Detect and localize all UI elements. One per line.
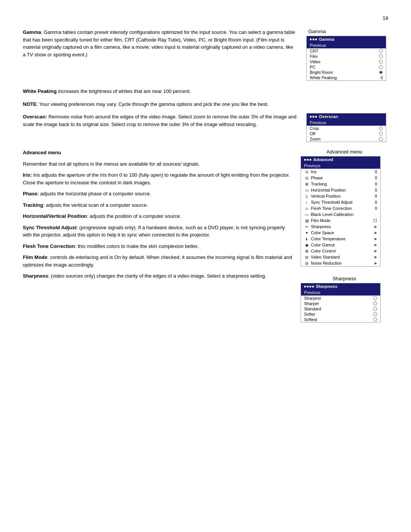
adv-videostd-label: Video Standard: [311, 255, 340, 259]
colorctrl-icon: ⊞: [304, 248, 309, 254]
gamma-whitepeaking[interactable]: White Peaking 0: [307, 75, 386, 80]
adv-phase-value: 0: [375, 176, 377, 180]
adv-tracking[interactable]: ⊞ Tracking 0: [301, 181, 380, 187]
adv-film[interactable]: ▤ Film Mode ☐: [301, 217, 380, 224]
gamma-whitepeaking-label: White Peaking: [310, 75, 337, 80]
overscan-zoom[interactable]: Zoom: [307, 136, 386, 142]
adv-colorctrl[interactable]: ⊞ Color Control ▶: [301, 248, 380, 254]
overscan-body: Removes noise from around the edges of t…: [23, 114, 296, 127]
sharpness-paragraph: Sharpness: (video sources only) changes …: [23, 272, 293, 280]
gamma-pc-radio[interactable]: [379, 65, 383, 69]
adv-colorgamut-label: Color Gamut: [311, 243, 335, 247]
sharpness-standard-label: Standard: [304, 307, 321, 311]
sharpness-softer-radio[interactable]: [373, 312, 377, 316]
sharpness-sharpest[interactable]: Sharpest: [301, 296, 380, 301]
gamma-film[interactable]: Film: [307, 54, 386, 59]
advanced-section: Advanced menu Remember that not all opti…: [23, 149, 388, 323]
tracking-bold: Tracking: [23, 202, 43, 208]
adv-sync-left: ↕ Sync Threshold Adjust: [304, 200, 352, 205]
overscan-section: Overscan: Removes noise from around the …: [23, 113, 388, 142]
adv-videostd[interactable]: ⊟ Video Standard ▶: [301, 254, 380, 260]
gamma-video-label: Video: [310, 59, 320, 64]
gamma-crt-radio[interactable]: [379, 49, 383, 53]
gamma-film-radio[interactable]: [379, 54, 383, 58]
gamma-previous[interactable]: Previous: [307, 42, 386, 48]
gamma-pc[interactable]: PC: [307, 64, 386, 70]
adv-hpos-label: Horizontal Position: [311, 188, 346, 192]
overscan-off-radio[interactable]: [379, 132, 383, 136]
phase-icon: ⊡: [304, 175, 309, 181]
odot2: [312, 116, 314, 118]
adot2: [307, 159, 309, 161]
gamma-video[interactable]: Video: [307, 59, 386, 64]
sharpness-standard[interactable]: Standard: [301, 306, 380, 312]
advanced-heading-bold: Advanced menu: [23, 150, 61, 155]
overscan-previous[interactable]: Previous: [307, 120, 386, 126]
sharp-dots: [304, 286, 314, 288]
overscan-zoom-radio[interactable]: [379, 137, 383, 141]
adv-iris[interactable]: ⊙ Iris 0: [301, 169, 380, 175]
adv-phase-left: ⊡ Phase: [304, 175, 323, 181]
sharpness-previous[interactable]: Previous: [301, 289, 380, 296]
page-number: 19: [23, 15, 388, 21]
sharpness-sharper-radio[interactable]: [373, 302, 377, 305]
adv-flesh-label: Flesh Tone Correction: [311, 206, 352, 211]
adv-noise-label: Noise Reduction: [311, 261, 342, 265]
odot3: [315, 116, 317, 118]
advanced-previous[interactable]: Previous: [301, 163, 380, 169]
adot1: [304, 159, 306, 161]
adv-tracking-label: Tracking: [311, 182, 327, 186]
odot1: [310, 116, 312, 118]
white-peaking-body: increases the brightness of whites that …: [57, 88, 191, 94]
advanced-heading: Advanced menu: [23, 149, 293, 157]
adv-colorspace[interactable]: ✦ Color Space ▶: [301, 230, 380, 236]
vpos-icon: ▯: [304, 193, 309, 199]
overscan-zoom-label: Zoom: [310, 137, 320, 141]
adv-sharpness-arrow: ▶: [374, 225, 377, 228]
sharpness-standard-radio[interactable]: [373, 307, 377, 311]
adv-black[interactable]: — Black Level Calibration: [301, 211, 380, 217]
film-paragraph: Film Mode: controls de-interlacing and i…: [23, 254, 293, 268]
sharpness-sharpest-radio[interactable]: [373, 296, 377, 300]
gamma-text-col: Gamma: Gamma tables contain preset inten…: [23, 29, 297, 81]
adv-phase[interactable]: ⊡ Phase 0: [301, 175, 380, 181]
gamma-pc-label: PC: [310, 65, 315, 69]
adv-vpos[interactable]: ▯ Vertical Position 0: [301, 193, 380, 199]
colortemp-icon: 🌡: [304, 236, 309, 241]
adv-flesh[interactable]: ☺ Flesh Tone Correction 0: [301, 205, 380, 211]
sdot2: [307, 286, 309, 288]
adv-iris-left: ⊙ Iris: [304, 169, 317, 174]
noise-icon: ⊟: [304, 260, 309, 266]
sharpness-sharper[interactable]: Sharper: [301, 301, 380, 306]
sharpness-softest[interactable]: Softest: [301, 317, 380, 322]
adot3: [309, 159, 311, 161]
gamma-film-label: Film: [310, 54, 318, 59]
sharpness-softer[interactable]: Softer: [301, 312, 380, 317]
colorspace-icon: ✦: [304, 230, 309, 235]
advanced-title-text: Advanced: [313, 157, 333, 162]
gamma-brightroom[interactable]: Bright Room: [307, 70, 386, 75]
adv-sharpness[interactable]: ✂ Sharpness ▶: [301, 224, 380, 230]
adv-colortemp[interactable]: 🌡 Color Temperature ▶: [301, 236, 380, 242]
dot3: [315, 38, 317, 40]
hpos-icon: ▭: [304, 187, 309, 193]
white-peaking-bold: White Peaking: [23, 88, 57, 94]
adv-hpos[interactable]: ▭ Horizontal Position 0: [301, 187, 380, 193]
sync-icon: ↕: [304, 200, 309, 205]
gamma-brightroom-radio[interactable]: [379, 70, 383, 74]
adv-sync[interactable]: ↕ Sync Threshold Adjust 0: [301, 199, 380, 205]
advanced-menu-box: Advanced Previous ⊙ Iris 0 ⊡ Phase 0 ⊞: [301, 156, 381, 267]
sdot4: [312, 286, 314, 288]
gamma-crt[interactable]: CRT: [307, 48, 386, 54]
gamma-video-radio[interactable]: [379, 60, 383, 64]
overscan-crop[interactable]: Crop: [307, 126, 386, 131]
adv-noise[interactable]: ⊟ Noise Reduction ▶: [301, 260, 380, 266]
sharpness-softest-radio[interactable]: [373, 318, 377, 321]
overscan-crop-radio[interactable]: [379, 126, 383, 130]
sharpness-menu-title: Sharpness: [301, 283, 380, 289]
overscan-off[interactable]: Off: [307, 131, 386, 136]
adv-phase-label: Phase: [311, 176, 323, 180]
gamma-section: Gamma: Gamma tables contain preset inten…: [23, 29, 388, 81]
adv-colorgamut[interactable]: ◉ Color Gamut ▶: [301, 242, 380, 248]
adv-iris-value: 0: [375, 169, 377, 174]
